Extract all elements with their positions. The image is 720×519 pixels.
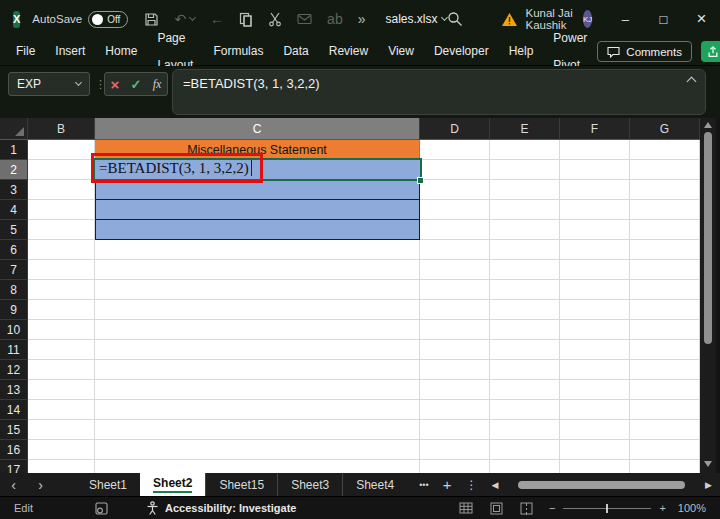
cell-E10[interactable] [490,320,560,340]
cell-E4[interactable] [490,200,560,220]
cell-E11[interactable] [490,340,560,360]
share-button[interactable] [701,41,720,62]
ribbon-tab-review[interactable]: Review [319,38,378,65]
cell-D17[interactable] [420,460,490,473]
cell-C14[interactable] [95,400,420,420]
row-header-3[interactable]: 3 [0,180,28,200]
more-sheets-icon[interactable]: ••• [419,480,428,490]
macro-record-icon[interactable] [95,502,108,515]
column-header-G[interactable]: G [630,118,700,140]
normal-view-icon[interactable] [459,502,473,514]
cell-C13[interactable] [95,380,420,400]
zoom-slider[interactable] [563,504,651,513]
ribbon-tab-view[interactable]: View [378,38,424,65]
cell-F1[interactable] [560,140,630,160]
cell-G16[interactable] [630,440,700,460]
cell-F7[interactable] [560,260,630,280]
cell-F11[interactable] [560,340,630,360]
cell-F9[interactable] [560,300,630,320]
cell-G8[interactable] [630,280,700,300]
cell-B3[interactable] [28,180,95,200]
row-header-13[interactable]: 13 [0,380,28,400]
add-sheet-button[interactable]: + [443,476,452,493]
cell-E3[interactable] [490,180,560,200]
close-button[interactable]: × [682,0,720,38]
cell-C7[interactable] [95,260,420,280]
cell-E17[interactable] [490,460,560,473]
cell-C2[interactable] [95,160,420,180]
cell-E14[interactable] [490,400,560,420]
cell-F8[interactable] [560,280,630,300]
ribbon-tab-insert[interactable]: Insert [45,38,95,65]
cell-B17[interactable] [28,460,95,473]
sheet-menu-icon[interactable]: ⋮ [465,478,477,492]
cell-D2[interactable] [420,160,490,180]
cell-C1[interactable]: Miscellaneous Statement [95,140,420,160]
cell-G11[interactable] [630,340,700,360]
cell-E9[interactable] [490,300,560,320]
cell-E8[interactable] [490,280,560,300]
cell-C8[interactable] [95,280,420,300]
cell-E15[interactable] [490,420,560,440]
accessibility-status[interactable]: Accessibility: Investigate [146,501,296,515]
column-header-F[interactable]: F [560,118,630,140]
row-header-15[interactable]: 15 [0,420,28,440]
cell-C6[interactable] [95,240,420,260]
vertical-scroll-thumb[interactable] [704,132,712,344]
maximize-button[interactable]: □ [644,0,682,38]
cell-G4[interactable] [630,200,700,220]
cell-B8[interactable] [28,280,95,300]
cell-D12[interactable] [420,360,490,380]
cell-D15[interactable] [420,420,490,440]
cell-D3[interactable] [420,180,490,200]
vertical-scrollbar[interactable] [700,118,716,473]
row-header-14[interactable]: 14 [0,400,28,420]
horizontal-scroll-thumb[interactable] [518,481,685,489]
cell-C9[interactable] [95,300,420,320]
sheet-tab-sheet2[interactable]: Sheet2 [140,473,205,496]
sheet-tab-sheet15[interactable]: Sheet15 [205,473,277,496]
comments-button[interactable]: Comments [597,41,692,62]
minimize-button[interactable]: – [606,0,644,38]
ribbon-tab-file[interactable]: File [6,38,45,65]
cell-G14[interactable] [630,400,700,420]
cell-E1[interactable] [490,140,560,160]
cell-C17[interactable] [95,460,420,473]
page-break-preview-icon[interactable] [520,502,533,515]
cell-D7[interactable] [420,260,490,280]
cell-C3[interactable] [95,180,420,200]
cell-B10[interactable] [28,320,95,340]
insert-function-icon[interactable]: fx [153,77,162,92]
cell-E12[interactable] [490,360,560,380]
cell-B7[interactable] [28,260,95,280]
row-header-16[interactable]: 16 [0,440,28,460]
cell-B6[interactable] [28,240,95,260]
row-header-2[interactable]: 2 [0,160,28,180]
cell-F3[interactable] [560,180,630,200]
cell-C4[interactable] [95,200,420,220]
cell-D6[interactable] [420,240,490,260]
cell-D11[interactable] [420,340,490,360]
cell-F10[interactable] [560,320,630,340]
row-header-4[interactable]: 4 [0,200,28,220]
row-header-10[interactable]: 10 [0,320,28,340]
row-header-9[interactable]: 9 [0,300,28,320]
cell-G6[interactable] [630,240,700,260]
cell-G9[interactable] [630,300,700,320]
cell-E2[interactable] [490,160,560,180]
cell-G3[interactable] [630,180,700,200]
row-header-11[interactable]: 11 [0,340,28,360]
hscroll-left-icon[interactable]: ◀ [491,480,498,490]
cell-C15[interactable] [95,420,420,440]
cell-D4[interactable] [420,200,490,220]
cancel-entry-icon[interactable]: × [111,76,120,93]
ribbon-tab-formulas[interactable]: Formulas [203,38,273,65]
column-header-E[interactable]: E [490,118,560,140]
scroll-down-icon[interactable] [704,461,712,467]
sheet-tab-sheet1[interactable]: Sheet1 [76,473,140,496]
cell-D9[interactable] [420,300,490,320]
cell-B15[interactable] [28,420,95,440]
cell-B5[interactable] [28,220,95,240]
cell-F5[interactable] [560,220,630,240]
cell-D10[interactable] [420,320,490,340]
